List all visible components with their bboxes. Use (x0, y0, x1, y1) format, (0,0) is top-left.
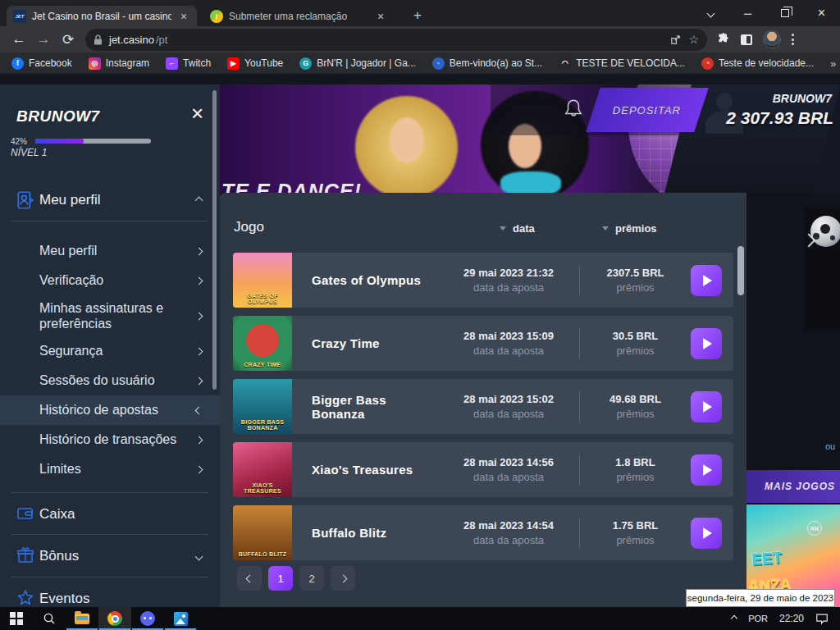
bet-prize: 2307.5 BRL (580, 267, 691, 279)
start-button[interactable] (0, 607, 33, 630)
sidebar-item-meu-perfil[interactable]: Meu perfil (0, 236, 220, 266)
sidebar-item-limites[interactable]: Limites (0, 454, 220, 484)
taskbar-clock[interactable]: 22:20 (779, 613, 804, 624)
extensions-puzzle-icon[interactable] (717, 33, 730, 46)
sidebar-item-verifica-o[interactable]: Verificação (0, 266, 220, 295)
column-header-date-sort[interactable]: data (500, 222, 535, 235)
hidden-icons-chevron[interactable] (731, 615, 737, 622)
taskbar-chrome[interactable] (98, 607, 131, 630)
deposit-button[interactable]: DEPOSITAR (586, 88, 709, 132)
more-games-button[interactable]: MAIS JOGOS (746, 470, 840, 503)
page-next-button[interactable] (331, 566, 355, 591)
sidebar-item-caixa[interactable]: Caixa (0, 496, 220, 534)
table-scrollbar[interactable] (737, 246, 744, 295)
bet-row[interactable]: Xiao's TreasuresXiao's Treasures28 mai 2… (233, 442, 733, 497)
play-game-button[interactable] (691, 265, 722, 296)
bookmark-item[interactable]: fFacebook (11, 57, 72, 70)
play-game-button[interactable] (691, 328, 722, 359)
play-game-button[interactable] (691, 518, 722, 549)
tab-reclamacao[interactable]: ! Submeter uma reclamação × (203, 6, 394, 26)
chrome-icon (107, 611, 122, 626)
tab-jet-casino[interactable]: JET Jet Casino no Brasil - um casino o × (7, 6, 197, 26)
bookmark-item[interactable]: ◎Instagram (89, 57, 149, 70)
play-game-button[interactable] (691, 391, 722, 422)
header-balance[interactable]: 2 307.93 BRL (726, 108, 833, 128)
language-indicator[interactable]: POR (748, 614, 768, 623)
bookmark-item[interactable]: ⌐Twitch (166, 57, 211, 70)
bet-row[interactable]: Bigger Bass BonanzaBigger Bass Bonanza28… (233, 379, 733, 434)
chevron-right-icon (195, 247, 203, 255)
taskbar-discord[interactable] (131, 607, 164, 630)
bookmarks-overflow-chevron[interactable]: » (830, 57, 836, 70)
back-button[interactable]: ← (7, 31, 31, 48)
sidebar-item-eventos[interactable]: Eventos (0, 581, 220, 607)
page-button-2[interactable]: 2 (299, 566, 324, 591)
reload-button[interactable]: ⟳ (56, 31, 80, 48)
thumbnail-text: Bigger Bass Bonanza (233, 417, 292, 434)
bet-date-label: data da aposta (438, 471, 579, 483)
bet-row[interactable]: Buffalo BlitzBuffalo Blitz28 mai 2023 14… (233, 505, 733, 560)
sidebar-scrollbar[interactable] (212, 90, 217, 390)
bookmark-star-icon[interactable]: ☆ (688, 33, 699, 46)
discord-icon (140, 611, 155, 626)
bet-row[interactable]: Gates of OlympusGates of Olympus29 mai 2… (233, 253, 733, 308)
play-icon (703, 527, 712, 539)
bookmarks-bar: fFacebook◎Instagram⌐Twitch▶YouTubeGBrN'R… (0, 52, 840, 74)
game-thumbnail: Gates of Olympus (233, 253, 292, 308)
bookmark-item[interactable]: ▶YouTube (227, 57, 283, 70)
sort-arrow-icon (602, 226, 609, 231)
sidebar-item-hist-rico-de-apostas[interactable]: Histórico de apostas (0, 395, 220, 425)
tab-search-icon[interactable] (692, 0, 729, 26)
sidebar-item-b-nus[interactable]: Bônus (0, 538, 220, 576)
photos-icon (174, 612, 188, 626)
bookmark-item[interactable]: ◦Bem-vindo(a) ao St... (432, 57, 542, 70)
game-thumbnail: Crazy Time (233, 316, 292, 371)
facebook-icon: f (11, 57, 24, 70)
share-icon[interactable] (669, 34, 682, 46)
chevron-right-icon (195, 347, 203, 355)
game-name: Xiao's Treasures (292, 463, 438, 477)
header-username[interactable]: BRUNOW7 (773, 92, 832, 105)
restore-button[interactable] (766, 0, 803, 26)
bookmark-item[interactable]: GBrN'R | Jogador | Ga... (299, 57, 416, 70)
notifications-bell-icon[interactable] (563, 98, 584, 121)
page-button-1[interactable]: 1 (268, 566, 293, 591)
sidebar-item-seguran-a[interactable]: Segurança (0, 336, 220, 366)
taskbar-search-button[interactable] (33, 607, 66, 630)
bet-date: 28 mai 2023 15:09 (438, 330, 579, 342)
taskbar-photos[interactable] (164, 607, 197, 630)
browser-profile-avatar[interactable] (763, 30, 781, 48)
game-thumbnail: Xiao's Treasures (233, 442, 292, 497)
banner-figure-top (500, 171, 561, 193)
address-bar[interactable]: jet.casino/pt ☆ (85, 29, 707, 51)
sidebar-section-meu-perfil[interactable]: Meu perfil (0, 185, 220, 217)
sidebar-item-label: Eventos (39, 591, 89, 607)
profile-sidebar: BRUNOW7 × 42% NÍVEL 1 Meu perfil Meu per… (0, 84, 220, 607)
tab-close-icon[interactable]: × (177, 11, 190, 22)
carousel-next-icon[interactable] (804, 234, 814, 249)
sidebar-item-sess-es-do-usu-rio[interactable]: Sessões do usuário (0, 366, 220, 395)
sidebar-menu: Meu perfilVerificaçãoMinhas assinaturas … (0, 236, 220, 484)
play-game-button[interactable] (691, 454, 722, 486)
sort-arrow-icon (500, 226, 506, 231)
bet-row[interactable]: Crazy TimeCrazy Time28 mai 2023 15:09dat… (233, 316, 733, 371)
tab-close-icon[interactable]: × (374, 11, 387, 22)
column-header-prize-sort[interactable]: prêmios (602, 222, 657, 235)
minimize-button[interactable]: ─ (729, 0, 766, 26)
sidebar-item-minhas-assinaturas-e-prefer-ncias[interactable]: Minhas assinaturas e preferências (0, 295, 220, 336)
notification-center-icon[interactable] (815, 613, 829, 625)
close-window-button[interactable]: × (803, 0, 840, 26)
browser-menu-icon[interactable] (792, 34, 794, 45)
sidebar-close-icon[interactable]: × (191, 101, 203, 126)
twitch-icon: ⌐ (166, 57, 178, 70)
side-panel-icon[interactable] (741, 34, 752, 45)
section-label: Meu perfil (39, 192, 101, 208)
sidebar-item-hist-rico-de-transa-es[interactable]: Histórico de transações (0, 425, 220, 454)
forward-button[interactable]: → (31, 31, 56, 48)
new-tab-button[interactable]: + (407, 5, 428, 26)
bookmark-item[interactable]: ◠TESTE DE VELOCIDA... (559, 57, 685, 70)
bookmark-item[interactable]: ◔Teste de velocidade... (701, 57, 814, 70)
taskbar-file-explorer[interactable] (66, 607, 98, 630)
chevron-left-icon (195, 406, 203, 414)
page-prev-button[interactable] (237, 566, 262, 591)
